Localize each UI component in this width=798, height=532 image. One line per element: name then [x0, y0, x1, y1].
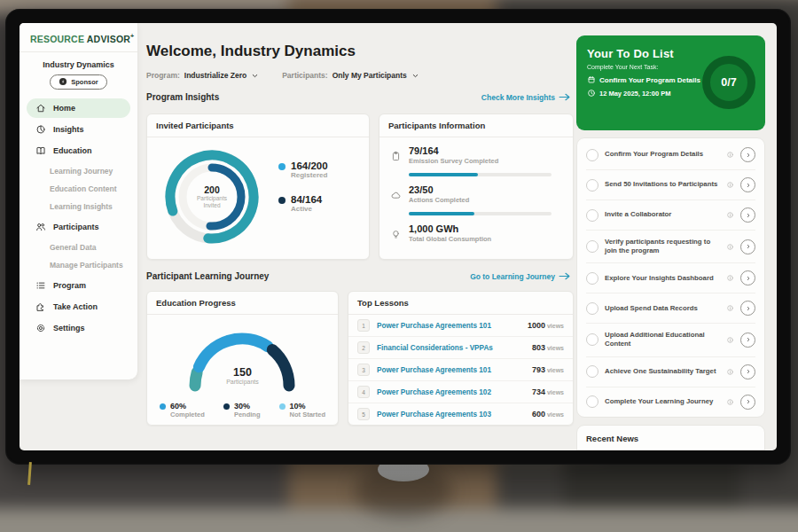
task-list-card: Confirm Your Program Details Send 50 Inv…	[576, 137, 765, 418]
lesson-rank: 5	[357, 408, 370, 420]
task-checkbox[interactable]	[586, 209, 598, 222]
task-row: Explore Your Insights Dashboard	[586, 263, 755, 293]
lightbulb-icon	[390, 229, 402, 240]
task-checkbox[interactable]	[586, 365, 598, 378]
task-open-button[interactable]	[740, 332, 755, 348]
legend-dot	[160, 403, 166, 410]
info-icon[interactable]	[726, 368, 734, 376]
task-open-button[interactable]	[740, 395, 755, 410]
sidebar-item-learning-insights[interactable]: Learning Insights	[20, 198, 137, 215]
views-suffix: views	[547, 367, 564, 373]
task-checkbox[interactable]	[586, 240, 598, 253]
education-progress-card: Education Progress 150 Participants 60% …	[146, 291, 339, 426]
lesson-link[interactable]: Power Purchase Agreements 102	[377, 388, 532, 396]
legend-item-completed: 60% Completed	[160, 402, 205, 419]
sidebar-item-participants[interactable]: Participants	[27, 217, 130, 237]
sidebar-item-learning-journey[interactable]: Learning Journey	[20, 162, 137, 180]
info-icon[interactable]	[726, 211, 734, 219]
stat-emission-survey: 79/164 Emission Survey Completed	[390, 145, 562, 165]
info-icon[interactable]	[726, 243, 734, 251]
task-open-button[interactable]	[740, 147, 755, 162]
task-checkbox[interactable]	[586, 333, 598, 346]
sidebar-item-label: Participants	[53, 223, 99, 231]
chevron-right-icon	[745, 152, 752, 159]
task-open-button[interactable]	[740, 270, 755, 286]
sidebar-item-manage-participants[interactable]: Manage Participants	[20, 256, 137, 274]
donut-legend: 164/200 Registered 84/164 Active	[278, 160, 328, 213]
participants-select[interactable]: Participants: Only My Participants	[282, 71, 419, 80]
lesson-rank: 3	[357, 364, 370, 376]
info-icon[interactable]	[726, 181, 734, 189]
sidebar-item-insights[interactable]: Insights	[27, 120, 130, 139]
stat-progress-fill	[409, 212, 474, 215]
task-open-button[interactable]	[740, 301, 755, 316]
check-more-insights-link[interactable]: Check More Insights	[481, 93, 570, 102]
legend-item-registered: 164/200 Registered	[278, 160, 328, 179]
task-row: Invite a Collaborator	[586, 200, 755, 231]
lesson-rank: 1	[357, 319, 370, 332]
arrow-right-icon	[559, 272, 570, 280]
list-icon	[35, 280, 46, 291]
lesson-row: 4 Power Purchase Agreements 102 734 view…	[348, 381, 573, 403]
sidebar-item-education-content[interactable]: Education Content	[20, 180, 137, 198]
task-open-button[interactable]	[740, 239, 755, 254]
lesson-row: 2 Financial Considerations - VPPAs 803 v…	[348, 337, 573, 359]
info-icon[interactable]	[726, 151, 734, 159]
chevron-right-icon	[745, 243, 752, 250]
legend-dot	[278, 197, 286, 204]
logo-plus: +	[130, 33, 134, 39]
task-row: Send 50 Invitations to Participants	[586, 170, 755, 200]
monitor-bezel: RESOURCE ADVISOR+ Industry Dynamics Spon…	[5, 9, 791, 465]
lesson-views: 734	[532, 387, 545, 396]
sidebar-item-settings[interactable]: Settings	[27, 318, 130, 338]
info-icon[interactable]	[726, 398, 734, 406]
sidebar-item-label: Education	[53, 146, 92, 155]
lesson-link[interactable]: Power Purchase Agreements 101	[377, 366, 532, 374]
go-to-learning-journey-link[interactable]: Go to Learning Journey	[470, 272, 570, 281]
learning-cards-row: Education Progress 150 Participants 60% …	[146, 291, 574, 426]
info-icon[interactable]	[726, 304, 734, 312]
program-select[interactable]: Program: Industrialize Zero	[146, 71, 259, 80]
stats-list: 79/164 Emission Survey Completed 23/50 A…	[379, 137, 573, 243]
stat-label: Emission Survey Completed	[409, 157, 498, 165]
sidebar-item-education[interactable]: Education	[27, 141, 130, 160]
sidebar-item-general-data[interactable]: General Data	[20, 239, 137, 256]
logo-primary: RESOURCE	[30, 34, 84, 44]
collapse-tasks-link[interactable]: Collapse Tasks	[586, 417, 755, 419]
chevron-right-icon	[745, 398, 752, 405]
legend-pct: 10%	[290, 402, 325, 411]
info-icon[interactable]	[726, 336, 734, 344]
program-insights-header: Program Insights Check More Insights	[146, 92, 570, 102]
task-checkbox[interactable]	[586, 395, 598, 408]
task-label: Achieve One Sustainability Target	[605, 367, 720, 376]
lesson-link[interactable]: Financial Considerations - VPPAs	[377, 344, 532, 352]
link-label: Check More Insights	[481, 93, 555, 102]
task-checkbox[interactable]	[586, 302, 598, 315]
info-icon[interactable]	[726, 274, 734, 282]
top-lessons-card: Top Lessons 1 Power Purchase Agreements …	[348, 291, 574, 426]
legend-item-not-started: 10% Not Started	[279, 402, 325, 419]
task-checkbox[interactable]	[586, 149, 598, 161]
sponsor-badge[interactable]: Sponsor	[50, 74, 106, 90]
sidebar-item-home[interactable]: Home	[27, 98, 130, 118]
clipboard-icon	[390, 151, 402, 162]
program-label: Program:	[146, 71, 180, 80]
learning-journey-header: Participant Learning Journey Go to Learn…	[146, 271, 570, 281]
task-open-button[interactable]	[740, 177, 755, 192]
task-open-button[interactable]	[740, 207, 755, 223]
task-checkbox[interactable]	[586, 272, 598, 285]
sidebar-item-take-action[interactable]: Take Action	[27, 297, 130, 317]
lesson-row: 5 Power Purchase Agreements 103 600 view…	[348, 403, 573, 425]
gauge-label: Participants	[147, 379, 338, 385]
task-checkbox[interactable]	[586, 179, 598, 192]
lesson-link[interactable]: Power Purchase Agreements 103	[377, 411, 532, 419]
dashboard-screen: RESOURCE ADVISOR+ Industry Dynamics Spon…	[20, 23, 777, 450]
puzzle-icon	[35, 301, 46, 312]
page-title: Welcome, Industry Dynamics	[146, 43, 356, 60]
task-label: Invite a Collaborator	[605, 210, 720, 219]
sidebar-item-program[interactable]: Program	[27, 276, 130, 295]
task-open-button[interactable]	[740, 364, 755, 379]
clock-icon	[587, 89, 596, 98]
lesson-link[interactable]: Power Purchase Agreements 101	[377, 322, 528, 330]
recent-news-card: Recent News	[576, 425, 765, 450]
